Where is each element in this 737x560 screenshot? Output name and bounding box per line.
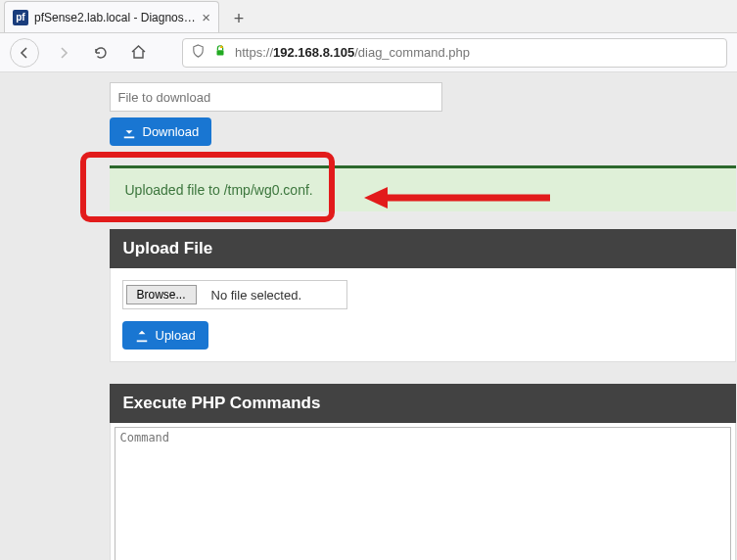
php-commands-header: Execute PHP Commands — [110, 384, 736, 423]
tab-title: pfSense2.lab.local - Diagnostics — [34, 11, 196, 24]
alert-container: Uploaded file to /tmp/wg0.conf. — [110, 165, 736, 211]
no-file-label: No file selected. — [211, 288, 302, 303]
svg-marker-2 — [364, 187, 388, 209]
upload-section: Browse... No file selected. Upload — [110, 268, 736, 362]
download-icon — [122, 125, 136, 139]
upload-button-label: Upload — [156, 328, 196, 343]
php-commands-section — [110, 423, 736, 560]
download-button-label: Download — [143, 124, 200, 139]
url-text: https://192.168.8.105/diag_command.php — [235, 45, 470, 60]
upload-header: Upload File — [110, 229, 736, 268]
browse-button[interactable]: Browse... — [126, 285, 197, 304]
new-tab-button[interactable]: + — [225, 5, 253, 32]
annotation-arrow-icon — [364, 183, 560, 212]
upload-icon — [135, 329, 149, 343]
file-to-download-input[interactable] — [110, 82, 442, 112]
forward-button — [51, 40, 76, 66]
reload-button[interactable] — [88, 40, 114, 66]
alert-message: Uploaded file to /tmp/wg0.conf. — [125, 182, 313, 198]
svg-rect-0 — [217, 50, 224, 55]
home-button[interactable] — [125, 40, 151, 66]
shield-icon — [191, 44, 206, 62]
favicon-icon: pf — [13, 10, 28, 25]
url-bar[interactable]: https://192.168.8.105/diag_command.php — [182, 38, 727, 68]
back-button[interactable] — [10, 38, 39, 68]
file-picker[interactable]: Browse... No file selected. — [122, 280, 347, 309]
page-viewport: Download Uploaded file to /tmp/wg0.conf.… — [0, 72, 737, 560]
browser-tab-strip: pf pfSense2.lab.local - Diagnostics × + — [0, 0, 737, 33]
lock-warning-icon — [213, 44, 227, 61]
browser-toolbar: https://192.168.8.105/diag_command.php — [0, 33, 737, 72]
download-button[interactable]: Download — [110, 117, 212, 146]
download-section: Download — [110, 82, 736, 146]
upload-button[interactable]: Upload — [122, 321, 208, 350]
close-icon[interactable]: × — [202, 9, 210, 25]
browser-tab[interactable]: pf pfSense2.lab.local - Diagnostics × — [4, 1, 219, 32]
php-command-textarea[interactable] — [115, 427, 731, 560]
